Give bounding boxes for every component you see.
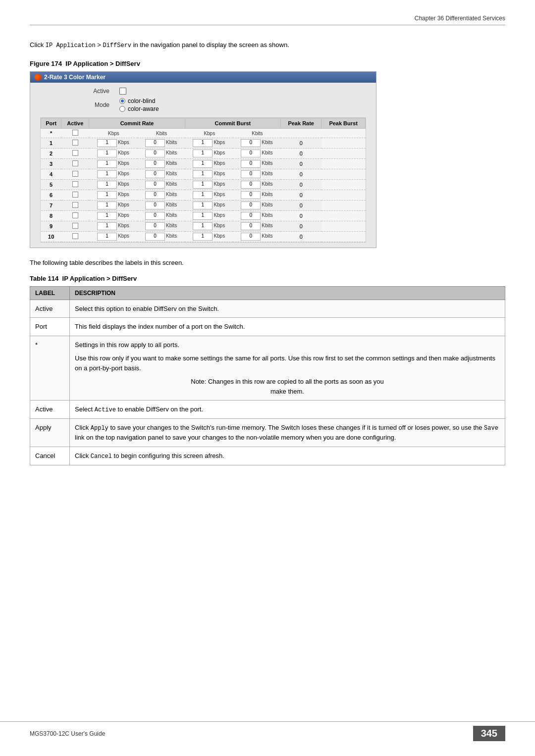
cell-peak-rate[interactable]: 1Kbps [185, 169, 233, 180]
cell-active[interactable] [61, 129, 89, 138]
cell-peak-burst[interactable]: 0Kbits [233, 221, 280, 232]
cell-peak-burst[interactable]: 0Kbits [233, 149, 280, 159]
cell-peak-burst[interactable]: Kbits [233, 129, 280, 138]
peak-rate-input[interactable]: 1 [193, 160, 213, 168]
port-active-checkbox[interactable] [72, 233, 78, 239]
peak-burst-input[interactable]: 0 [241, 139, 261, 147]
cell-peak-rate[interactable]: Kbps [185, 129, 233, 138]
peak-rate-input[interactable]: 1 [193, 233, 213, 241]
peak-rate-input[interactable]: 1 [193, 181, 213, 189]
commit-rate-input[interactable]: 1 [97, 181, 117, 189]
cell-active[interactable] [61, 201, 89, 211]
cell-commit-burst[interactable]: 0Kbits [137, 232, 185, 242]
cell-peak-rate[interactable]: 1Kbps [185, 138, 233, 149]
cell-peak-rate[interactable]: 1Kbps [185, 159, 233, 169]
cell-peak-burst[interactable]: 0Kbits [233, 211, 280, 221]
commit-rate-input[interactable]: 1 [97, 191, 117, 199]
cell-peak-rate[interactable]: 1Kbps [185, 149, 233, 159]
cell-commit-burst[interactable]: 0Kbits [137, 138, 185, 149]
commit-rate-input[interactable]: 1 [97, 233, 117, 241]
port-active-checkbox[interactable] [72, 223, 78, 229]
cell-peak-burst[interactable]: 0Kbits [233, 232, 280, 242]
peak-rate-input[interactable]: 1 [193, 191, 213, 199]
cell-active[interactable] [61, 180, 89, 190]
cell-commit-rate[interactable]: 1Kbps [89, 221, 137, 232]
commit-burst-input[interactable]: 0 [145, 212, 165, 220]
port-active-checkbox[interactable] [72, 150, 78, 156]
cell-active[interactable] [61, 190, 89, 201]
cell-peak-rate[interactable]: 1Kbps [185, 221, 233, 232]
commit-burst-input[interactable]: 0 [145, 181, 165, 189]
cell-active[interactable] [61, 221, 89, 232]
cell-commit-rate[interactable]: 1Kbps [89, 180, 137, 190]
radio-color-aware[interactable]: color-aware [119, 105, 159, 112]
port-active-checkbox[interactable] [72, 192, 78, 198]
cell-commit-burst[interactable]: 0Kbits [137, 159, 185, 169]
cell-peak-burst[interactable]: 0Kbits [233, 159, 280, 169]
cell-peak-rate[interactable]: 1Kbps [185, 180, 233, 190]
cell-active[interactable] [61, 149, 89, 159]
cell-peak-burst[interactable]: 0Kbits [233, 169, 280, 180]
peak-burst-input[interactable]: 0 [241, 202, 261, 209]
cell-peak-rate[interactable]: 1Kbps [185, 201, 233, 211]
cell-peak-burst[interactable]: 0Kbits [233, 201, 280, 211]
cell-commit-burst[interactable]: 0Kbits [137, 201, 185, 211]
peak-rate-input[interactable]: 1 [193, 170, 213, 178]
cell-commit-rate[interactable]: 1Kbps [89, 159, 137, 169]
port-active-checkbox[interactable] [72, 202, 78, 208]
cell-peak-burst[interactable]: 0Kbits [233, 180, 280, 190]
cell-active[interactable] [61, 232, 89, 242]
cell-commit-rate[interactable]: 1Kbps [89, 190, 137, 201]
commit-burst-input[interactable]: 0 [145, 191, 165, 199]
peak-burst-input[interactable]: 0 [241, 233, 261, 241]
commit-burst-input[interactable]: 0 [145, 202, 165, 209]
peak-rate-input[interactable]: 1 [193, 212, 213, 220]
commit-burst-input[interactable]: 0 [145, 233, 165, 241]
peak-burst-input[interactable]: 0 [241, 191, 261, 199]
commit-rate-input[interactable]: 1 [97, 170, 117, 178]
peak-burst-input[interactable]: 0 [241, 170, 261, 178]
cell-active[interactable] [61, 159, 89, 169]
cell-commit-rate[interactable]: 1Kbps [89, 232, 137, 242]
commit-burst-input[interactable]: 0 [145, 139, 165, 147]
port-active-checkbox[interactable] [72, 160, 78, 166]
cell-active[interactable] [61, 169, 89, 180]
cell-commit-burst[interactable]: 0Kbits [137, 169, 185, 180]
cell-commit-rate[interactable]: 1Kbps [89, 211, 137, 221]
peak-rate-input[interactable]: 1 [193, 222, 213, 230]
commit-rate-input[interactable]: 1 [97, 150, 117, 157]
peak-burst-input[interactable]: 0 [241, 150, 261, 157]
commit-rate-input[interactable]: 1 [97, 139, 117, 147]
cell-active[interactable] [61, 211, 89, 221]
cell-commit-rate[interactable]: 1Kbps [89, 201, 137, 211]
cell-commit-rate[interactable]: Kbps [89, 129, 137, 138]
cell-commit-burst[interactable]: 0Kbits [137, 149, 185, 159]
port-active-checkbox[interactable] [72, 181, 78, 187]
cell-commit-burst[interactable]: 0Kbits [137, 221, 185, 232]
cell-commit-rate[interactable]: 1Kbps [89, 149, 137, 159]
cell-commit-burst[interactable]: Kbits [137, 129, 185, 138]
radio-color-blind[interactable]: color-blind [119, 98, 159, 104]
commit-burst-input[interactable]: 0 [145, 160, 165, 168]
cell-commit-rate[interactable]: 1Kbps [89, 138, 137, 149]
cell-peak-burst[interactable]: 0Kbits [233, 138, 280, 149]
peak-burst-input[interactable]: 0 [241, 181, 261, 189]
cell-active[interactable] [61, 138, 89, 149]
commit-burst-input[interactable]: 0 [145, 150, 165, 157]
peak-burst-input[interactable]: 0 [241, 222, 261, 230]
cell-commit-burst[interactable]: 0Kbits [137, 211, 185, 221]
peak-rate-input[interactable]: 1 [193, 202, 213, 209]
port-active-checkbox[interactable] [72, 130, 78, 136]
cell-commit-burst[interactable]: 0Kbits [137, 190, 185, 201]
commit-rate-input[interactable]: 1 [97, 212, 117, 220]
peak-rate-input[interactable]: 1 [193, 150, 213, 157]
cell-commit-burst[interactable]: 0Kbits [137, 180, 185, 190]
peak-burst-input[interactable]: 0 [241, 212, 261, 220]
commit-rate-input[interactable]: 1 [97, 202, 117, 209]
peak-burst-input[interactable]: 0 [241, 160, 261, 168]
cell-peak-rate[interactable]: 1Kbps [185, 211, 233, 221]
active-checkbox[interactable] [119, 88, 126, 95]
port-active-checkbox[interactable] [72, 140, 78, 146]
cell-peak-burst[interactable]: 0Kbits [233, 190, 280, 201]
commit-rate-input[interactable]: 1 [97, 222, 117, 230]
